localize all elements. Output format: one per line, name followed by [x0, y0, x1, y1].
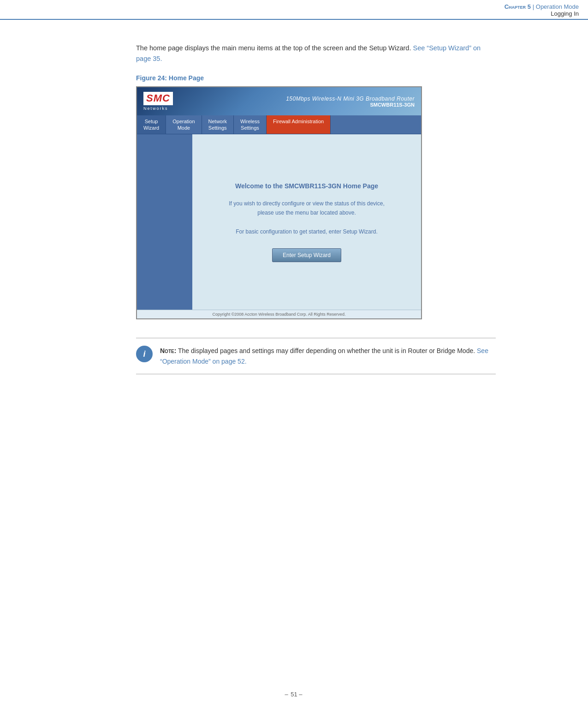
router-main-content: Welcome to the SMCWBR11S-3GN Home Page I…	[192, 134, 421, 310]
nav-network-settings[interactable]: Network Settings	[202, 115, 234, 134]
router-product-info: 150Mbps Wireless-N Mini 3G Broadband Rou…	[286, 96, 415, 108]
note-body: The displayed pages and settings may dif…	[178, 347, 475, 354]
welcome-description: If you wish to directly configure or vie…	[229, 199, 385, 237]
page-footer: – 51 –	[0, 691, 588, 698]
router-footer: Copyright ©2008 Accton Wireless Broadban…	[137, 310, 421, 318]
footer-prefix: –	[285, 691, 289, 698]
nav-setup-wizard[interactable]: Setup Wizard	[137, 115, 166, 134]
smc-logo-sub: Networks	[143, 106, 168, 111]
smc-logo-text: SMC	[143, 92, 173, 105]
enter-setup-wizard-button[interactable]: Enter Setup Wizard	[272, 248, 341, 262]
footer-suffix: –	[299, 691, 303, 698]
router-product-title: 150Mbps Wireless-N Mini 3G Broadband Rou…	[286, 96, 415, 102]
page-content: The home page displays the main menu ite…	[0, 20, 588, 397]
note-label: Note:	[160, 347, 176, 354]
header-separator: |	[533, 3, 536, 10]
smc-logo: SMC Networks	[143, 92, 173, 110]
header-breadcrumb: Chapter 5 | Operation Mode Logging In	[505, 3, 579, 17]
nav-operation-mode[interactable]: Operation Mode	[166, 115, 202, 134]
router-ui-mockup: SMC Networks 150Mbps Wireless-N Mini 3G …	[136, 86, 422, 319]
router-body: Welcome to the SMCWBR11S-3GN Home Page I…	[137, 134, 421, 310]
figure-title: Figure 24: Home Page	[136, 74, 496, 82]
intro-paragraph: The home page displays the main menu ite…	[136, 43, 496, 64]
router-sidebar	[137, 134, 192, 310]
sub-section-label: Logging In	[505, 10, 579, 17]
note-section: i Note: The displayed pages and settings…	[136, 338, 496, 374]
router-header: SMC Networks 150Mbps Wireless-N Mini 3G …	[137, 87, 421, 115]
intro-text: The home page displays the main menu ite…	[136, 44, 411, 52]
router-nav: Setup Wizard Operation Mode Network Sett…	[137, 115, 421, 135]
welcome-title: Welcome to the SMCWBR11S-3GN Home Page	[235, 182, 378, 190]
page-header: Chapter 5 | Operation Mode Logging In	[0, 0, 588, 20]
nav-firewall-administration[interactable]: Firewall Administration	[267, 115, 331, 134]
note-text: Note: The displayed pages and settings m…	[160, 346, 496, 366]
chapter-label: Chapter 5	[505, 3, 531, 10]
section-link[interactable]: Operation Mode	[536, 3, 579, 10]
page-number: 51	[291, 691, 297, 698]
info-icon: i	[136, 346, 153, 362]
router-product-model: SMCWBR11S-3GN	[286, 102, 415, 108]
nav-wireless-settings[interactable]: Wireless Settings	[234, 115, 267, 134]
